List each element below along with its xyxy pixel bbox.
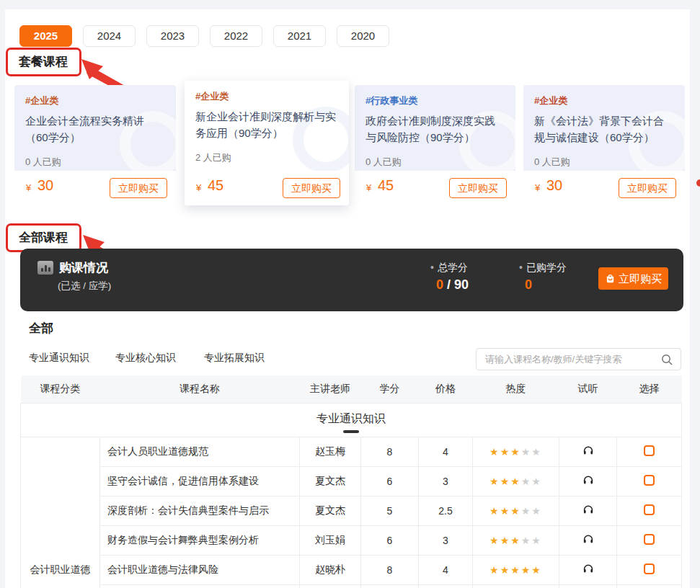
table-row: 坚守会计诚信，促进信用体系建设 夏文杰 6 3 ★★★★★ xyxy=(21,466,682,496)
table-row: 财务造假与会计舞弊典型案例分析 刘玉娟 6 3 ★★★★★ xyxy=(21,525,682,555)
table-row: 会计职业道德与法律风险 赵晓朴 8 4 ★★★★★ xyxy=(21,555,682,584)
bought-credits-value: 0 xyxy=(525,277,532,293)
card-purchased-count: 0 人已购 xyxy=(534,156,674,169)
bullet: • xyxy=(430,262,434,273)
total-credits-label: •总学分 xyxy=(430,262,468,275)
popularity-stars: ★★★★★ xyxy=(473,525,559,555)
header-credits: 学分 xyxy=(361,375,419,403)
headphone-icon[interactable] xyxy=(582,474,594,486)
card-tag: #行政事业类 xyxy=(365,94,505,107)
course-table: 课程分类 课程名称 主讲老师 学分 价格 热度 试听 选择 专业通识知识 会计职… xyxy=(20,375,682,588)
shopping-bag-icon xyxy=(605,273,616,284)
popularity-stars: ★★★★★ xyxy=(473,437,559,466)
currency-symbol: ¥ xyxy=(196,182,201,193)
purchase-status-subtitle: (已选 / 应学) xyxy=(58,280,111,293)
year-tab-2023[interactable]: 2023 xyxy=(146,25,199,47)
card-tag: #企业类 xyxy=(534,94,674,107)
total-credits-value: 0 / 90 xyxy=(436,277,469,293)
buy-now-button[interactable]: 立即购买 xyxy=(619,178,676,198)
search-box xyxy=(476,348,681,370)
search-input[interactable] xyxy=(485,349,658,369)
course-name: 财务造假与会计舞弊典型案例分析 xyxy=(100,525,300,555)
buy-now-button[interactable]: 立即购买 xyxy=(449,178,507,198)
card-title: 政府会计准则制度深度实践与风险防控（90学分） xyxy=(365,112,505,146)
buy-now-button[interactable]: 立即购买 xyxy=(283,178,340,198)
credits: 6 xyxy=(361,466,419,496)
credits: 5 xyxy=(361,496,419,525)
card-price-bar: ¥ 30 立即购买 xyxy=(14,171,176,205)
header-course-name: 课程名称 xyxy=(100,375,300,403)
select-checkbox[interactable] xyxy=(644,534,655,545)
card-title: 新企业会计准则深度解析与实务应用（90学分） xyxy=(195,108,338,142)
purchase-summary-bar: 购课情况 (已选 / 应学) •总学分 0 / 90 •已购学分 0 立即购买 xyxy=(20,249,683,311)
currency-symbol: ¥ xyxy=(366,182,371,193)
card-price: 45 xyxy=(208,177,223,194)
bar-chart-icon xyxy=(37,261,53,275)
card-purchased-count: 2 人已购 xyxy=(195,151,338,164)
course-name: 会计职业道德与法律风险 xyxy=(100,555,300,584)
header-audition: 试听 xyxy=(559,375,617,403)
header-teacher: 主讲老师 xyxy=(300,375,361,403)
year-tab-2024[interactable]: 2024 xyxy=(83,25,136,47)
price: 4 xyxy=(419,437,473,466)
teacher: 赵晓朴 xyxy=(300,555,361,584)
filter-tab-general-knowledge[interactable]: 专业通识知识 xyxy=(29,352,89,365)
table-row-partial xyxy=(21,584,682,588)
package-card[interactable]: #企业类 新《会计法》背景下会计合规与诚信建设（60学分） 0 人已购 ¥ 30… xyxy=(523,85,685,205)
search-icon[interactable] xyxy=(661,354,673,366)
card-title: 企业会计全流程实务精讲（60学分） xyxy=(25,112,165,146)
card-price-bar: ¥ 30 立即购买 xyxy=(523,171,685,205)
all-courses-label: 全部课程 xyxy=(6,223,81,252)
group-title: 专业通识知识 xyxy=(21,403,682,437)
group-title-row: 专业通识知识 xyxy=(21,403,682,437)
card-price-bar: ¥ 45 立即购买 xyxy=(355,171,515,205)
package-card[interactable]: #行政事业类 政府会计准则制度深度实践与风险防控（90学分） 0 人已购 ¥ 4… xyxy=(355,85,515,205)
teacher: 夏文杰 xyxy=(300,496,361,525)
select-checkbox[interactable] xyxy=(644,475,655,486)
package-card-selected[interactable]: #企业类 新企业会计准则深度解析与实务应用（90学分） 2 人已购 ¥ 45 立… xyxy=(185,81,349,205)
headphone-icon[interactable] xyxy=(582,563,594,574)
section-heading-all: 全部 xyxy=(29,320,53,337)
purchase-status-title: 购课情况 xyxy=(59,259,108,276)
teacher: 赵玉梅 xyxy=(300,437,361,466)
headphone-icon[interactable] xyxy=(582,445,594,456)
select-checkbox[interactable] xyxy=(644,504,655,515)
table-row: 深度剖析：会计失信典型案件与启示 夏文杰 5 2.5 ★★★★★ xyxy=(21,496,682,525)
popularity-stars: ★★★★★ xyxy=(473,496,559,525)
year-tab-2021[interactable]: 2021 xyxy=(273,25,326,47)
year-tab-2020[interactable]: 2020 xyxy=(337,25,389,47)
headphone-icon[interactable] xyxy=(582,504,594,515)
teacher: 夏文杰 xyxy=(300,466,361,496)
filter-tab-core-knowledge[interactable]: 专业核心知识 xyxy=(115,352,176,365)
select-checkbox[interactable] xyxy=(644,564,655,574)
card-purchased-count: 0 人已购 xyxy=(365,156,505,169)
price: 3 xyxy=(419,466,473,496)
table-header-row: 课程分类 课程名称 主讲老师 学分 价格 热度 试听 选择 xyxy=(21,375,682,403)
price: 2.5 xyxy=(419,496,473,525)
card-tag: #企业类 xyxy=(195,90,338,103)
card-price: 30 xyxy=(37,177,53,194)
buy-now-button[interactable]: 立即购买 xyxy=(598,267,668,290)
bought-credits-label: •已购学分 xyxy=(519,262,567,275)
card-price: 45 xyxy=(378,177,394,194)
headphone-icon[interactable] xyxy=(582,533,594,545)
popularity-stars: ★★★★★ xyxy=(473,555,559,584)
select-checkbox[interactable] xyxy=(644,445,655,456)
credits: 6 xyxy=(361,525,419,555)
group-title-indicator xyxy=(343,430,359,433)
card-tag: #企业类 xyxy=(25,94,165,107)
filter-tab-extended-knowledge[interactable]: 专业拓展知识 xyxy=(204,352,265,365)
year-tab-2022[interactable]: 2022 xyxy=(210,25,262,47)
card-price-bar: ¥ 45 立即购买 xyxy=(185,171,349,205)
package-courses-label: 套餐课程 xyxy=(6,48,81,76)
price: 3 xyxy=(419,525,473,555)
buy-now-button[interactable]: 立即购买 xyxy=(110,178,167,198)
header-popularity: 热度 xyxy=(473,375,559,403)
header-category: 课程分类 xyxy=(21,375,100,403)
year-tab-2025[interactable]: 2025 xyxy=(19,25,72,47)
course-name: 坚守会计诚信，促进信用体系建设 xyxy=(100,466,300,496)
table-row: 会计职业道德 会计人员职业道德规范 赵玉梅 8 4 ★★★★★ xyxy=(21,437,682,466)
edge-badge-icon[interactable] xyxy=(696,179,700,187)
package-card[interactable]: #企业类 企业会计全流程实务精讲（60学分） 0 人已购 ¥ 30 立即购买 xyxy=(14,85,176,205)
card-title: 新《会计法》背景下会计合规与诚信建设（60学分） xyxy=(534,112,674,146)
